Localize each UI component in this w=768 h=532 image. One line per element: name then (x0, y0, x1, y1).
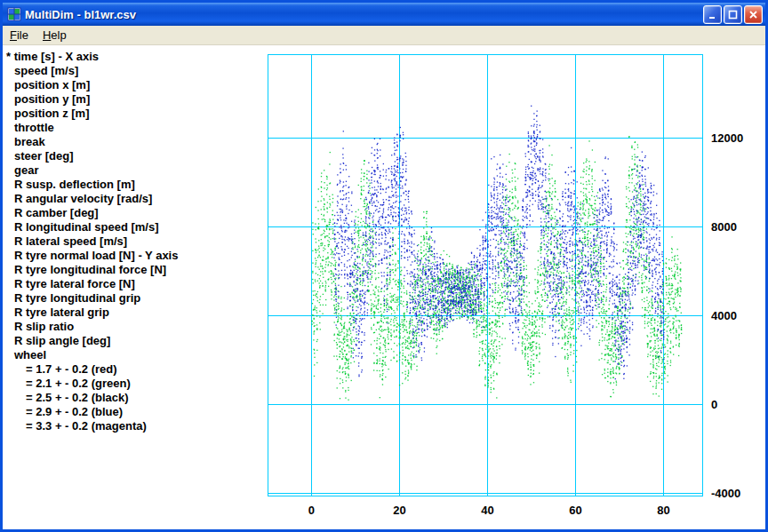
plot-area (268, 54, 703, 496)
menu-file-accelerator: F (10, 28, 17, 42)
variable-item[interactable]: R tyre lateral grip (3, 306, 262, 320)
app-icon (7, 7, 21, 21)
variable-item[interactable]: = 2.1 + - 0.2 (green) (3, 377, 262, 391)
menu-item-file[interactable]: File (3, 27, 36, 44)
y-tick-label: -4000 (711, 487, 740, 500)
variable-item[interactable]: steer [deg] (3, 149, 262, 163)
variable-list: * time [s] - X axisspeed [m/s]position x… (3, 50, 262, 433)
variable-item[interactable]: R slip ratio (3, 320, 262, 334)
variable-item[interactable]: R tyre longitudinal force [N] (3, 263, 262, 277)
y-tick-label: 4000 (711, 309, 737, 322)
menu-help-accelerator: H (43, 28, 51, 42)
maximize-icon (728, 10, 738, 20)
variable-item[interactable]: throttle (3, 121, 262, 135)
close-button[interactable] (744, 5, 763, 24)
variable-item[interactable]: R slip angle [deg] (3, 334, 262, 348)
window-title: MultiDim - bl1wr.csv (25, 8, 701, 21)
y-tick-label: 8000 (711, 220, 737, 234)
variable-item[interactable]: break (3, 135, 262, 149)
main-content: * time [s] - X axisspeed [m/s]position x… (3, 45, 765, 530)
variable-item[interactable]: R tyre lateral force [N] (3, 277, 262, 291)
variable-item[interactable]: = 3.3 + - 0.2 (magenta) (3, 419, 262, 433)
x-tick-label: 40 (481, 504, 493, 517)
menu-item-help[interactable]: Help (36, 27, 74, 44)
x-tick-label: 20 (393, 504, 405, 517)
maximize-button[interactable] (724, 5, 742, 24)
x-tick-label: 80 (657, 504, 669, 517)
title-bar[interactable]: MultiDim - bl1wr.csv (3, 3, 765, 26)
app-window: MultiDim - bl1wr.csv File Help * time [s… (0, 0, 768, 532)
y-tick-label: 0 (711, 398, 717, 411)
variable-item[interactable]: position y [m] (3, 92, 262, 107)
x-tick-label: 0 (308, 504, 315, 517)
menu-bar: File Help (3, 26, 765, 45)
variable-item[interactable]: position z [m] (3, 107, 262, 121)
variable-item[interactable]: = 1.7 + - 0.2 (red) (3, 362, 262, 377)
variable-item[interactable]: = 2.9 + - 0.2 (blue) (3, 405, 262, 419)
minimize-icon (708, 10, 717, 20)
variable-item[interactable]: R longitudinal speed [m/s] (3, 220, 262, 234)
variable-item[interactable]: * time [s] - X axis (3, 50, 262, 64)
variable-item[interactable]: = 2.5 + - 0.2 (black) (3, 391, 262, 405)
variable-item[interactable]: gear (3, 163, 262, 178)
variable-item[interactable]: R tyre normal load [N] - Y axis (3, 249, 262, 263)
y-tick-label: 12000 (711, 131, 743, 145)
variable-item[interactable]: position x [m] (3, 78, 262, 92)
menu-file-label: ile (17, 28, 28, 42)
variable-item[interactable]: wheel (3, 348, 262, 362)
chart-canvas (268, 54, 703, 496)
variable-item[interactable]: R camber [deg] (3, 206, 262, 220)
variable-item[interactable]: R susp. deflection [m] (3, 178, 262, 192)
minimize-button[interactable] (703, 5, 722, 24)
variable-item[interactable]: R tyre longitudinal grip (3, 291, 262, 306)
menu-help-label: elp (51, 28, 66, 42)
variable-item[interactable]: R angular velocity [rad/s] (3, 192, 262, 206)
variable-item[interactable]: speed [m/s] (3, 64, 262, 78)
close-icon (748, 10, 758, 20)
x-tick-label: 60 (569, 504, 581, 517)
variable-item[interactable]: R lateral speed [m/s] (3, 234, 262, 249)
